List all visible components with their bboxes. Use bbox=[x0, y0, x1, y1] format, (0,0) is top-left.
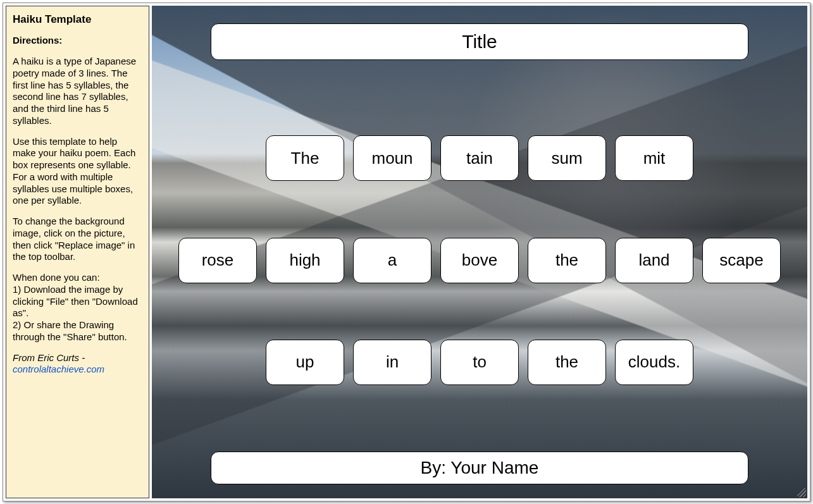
syllable-box[interactable]: up bbox=[266, 340, 344, 385]
resize-grip-icon[interactable] bbox=[797, 488, 806, 497]
syllable-box[interactable]: the bbox=[528, 238, 606, 283]
syllable-box[interactable]: tain bbox=[440, 135, 519, 181]
credit-prefix: From Eric Curts - bbox=[13, 352, 85, 363]
byline-input[interactable]: By: Your Name bbox=[211, 452, 748, 484]
credit-link[interactable]: controlaltachieve.com bbox=[13, 364, 104, 374]
syllable-box[interactable]: clouds. bbox=[615, 340, 693, 385]
document-page: Haiku Template Directions: A haiku is a … bbox=[3, 3, 810, 501]
directions-done: When done you can: 1) Download the image… bbox=[13, 272, 142, 343]
syllable-box[interactable]: The bbox=[266, 135, 344, 181]
syllable-box[interactable]: sum bbox=[528, 135, 606, 181]
directions-paragraph-1: A haiku is a type of Japanese poetry mad… bbox=[13, 56, 142, 127]
done-intro: When done you can: bbox=[13, 272, 100, 283]
syllable-box[interactable]: scape bbox=[702, 238, 781, 283]
haiku-rows: The moun tain sum mit rose high a bove t… bbox=[190, 60, 769, 448]
instructions-sidebar: Haiku Template Directions: A haiku is a … bbox=[6, 6, 149, 498]
syllable-box[interactable]: bove bbox=[440, 238, 519, 283]
sidebar-heading: Haiku Template bbox=[13, 13, 142, 26]
syllable-box[interactable]: high bbox=[266, 238, 344, 283]
syllable-box[interactable]: rose bbox=[178, 238, 257, 283]
haiku-canvas[interactable]: Title The moun tain sum mit rose high a … bbox=[152, 6, 807, 498]
syllable-box[interactable]: moun bbox=[353, 135, 431, 181]
directions-label: Directions: bbox=[13, 35, 142, 47]
syllable-box[interactable]: a bbox=[353, 238, 431, 283]
title-input[interactable]: Title bbox=[211, 23, 748, 60]
syllable-box[interactable]: the bbox=[528, 340, 606, 385]
haiku-line-3: up in to the clouds. bbox=[266, 340, 693, 385]
credit-line: From Eric Curts - controlaltachieve.com bbox=[13, 352, 142, 376]
haiku-line-1: The moun tain sum mit bbox=[266, 135, 693, 181]
done-step-2: 2) Or share the Drawing through the "Sha… bbox=[13, 319, 127, 342]
done-step-1: 1) Download the image by clicking "File"… bbox=[13, 284, 138, 319]
syllable-box[interactable]: to bbox=[440, 340, 519, 385]
directions-paragraph-3: To change the background image, click on… bbox=[13, 216, 142, 263]
syllable-box[interactable]: mit bbox=[615, 135, 693, 181]
syllable-box[interactable]: in bbox=[353, 340, 431, 385]
directions-paragraph-2: Use this template to help make your haik… bbox=[13, 136, 142, 207]
haiku-line-2: rose high a bove the land scape bbox=[178, 238, 781, 283]
syllable-box[interactable]: land bbox=[615, 238, 693, 283]
